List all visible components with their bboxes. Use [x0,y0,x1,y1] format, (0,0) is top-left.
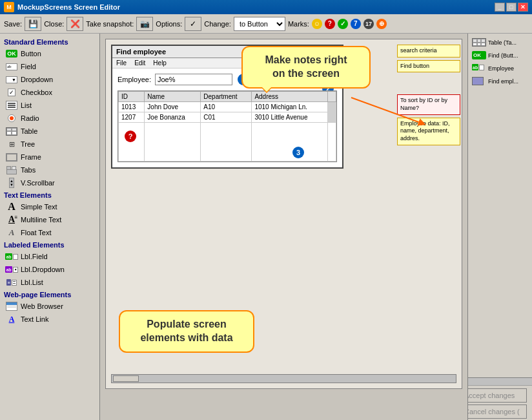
save-icon: 💾 [28,19,38,29]
badge-red-question: ? [125,131,136,142]
rp-hscroll[interactable] [468,377,532,385]
titlebar-controls: _ □ ✕ [495,3,528,12]
cell-empty-name [145,123,201,162]
sidebar-item-web-browser-label: Web Browser [21,302,63,310]
col-dept: Department [201,92,252,102]
sidebar-item-web-browser[interactable]: Web Browser [1,300,98,313]
field-icon: ab [5,61,18,72]
bubble-make-notes: Make notes right on the screen [241,46,371,89]
canvas-hscroll[interactable] [111,374,456,383]
rp-table-label: Table (Ta... [488,39,517,46]
sidebar-item-float-text[interactable]: A Float Text [1,226,98,239]
sidebar-item-tabs[interactable]: Tabs [1,163,98,176]
options-button[interactable]: ✓ [185,17,201,31]
right-panel-find-empl-item[interactable]: Find empl... [469,75,531,88]
rp-employee-icon: ab [472,64,486,73]
sidebar-item-tree[interactable]: ⊞ Tree [1,138,98,151]
canvas: Find employee File Edit Help Employee: 1 [105,39,462,389]
close-doc-button[interactable]: ❌ [66,17,83,31]
cell-addr-0: 1010 Michigan Ln. [252,102,328,112]
text-section-title: Text Elements [1,189,98,200]
annotation-find-button: Find button [397,60,460,73]
right-panel-table-item[interactable]: Table (Ta... [469,36,531,49]
table-row-empty [119,123,336,162]
rp-find-empl-icon [472,77,486,86]
cell-id-0: 1013 [119,102,145,112]
cell-empty-dept [201,123,252,162]
sidebar-item-field[interactable]: ab Field [1,60,98,73]
snapshot-button[interactable]: 📷 [136,17,153,31]
sidebar-item-text-link[interactable]: A Text Link [1,313,98,326]
cell-addr-1: 3010 Little Avenue [252,112,328,123]
app-icon: M [4,2,14,12]
sidebar-item-lbl-list[interactable]: ≡ Lbl.List [1,276,98,289]
sidebar-item-lbl-dropdown[interactable]: ab ▼ Lbl.Dropdown [1,263,98,276]
sidebar-item-float-text-label: Float Text [21,229,52,236]
sidebar-item-list[interactable]: List [1,99,98,112]
sidebar-item-vscrollbar[interactable]: ▲ ▼ V.Scrollbar [1,176,98,189]
options-icon: ✓ [188,19,198,29]
cell-empty-scroll [328,123,336,162]
sidebar-item-vscrollbar-label: V.Scrollbar [21,179,55,187]
lbl-dropdown-icon: ab ▼ [5,264,18,275]
change-dropdown[interactable]: to Button [234,17,285,31]
sidebar-item-multiline-text[interactable]: A≡ Multiline Text [1,213,98,226]
annotation-search-criteria: search criteria [397,45,460,58]
sidebar-item-multiline-text-label: Multiline Text [21,216,61,224]
mark-green-circle[interactable]: ✓ [338,19,348,29]
sidebar-item-table-label: Table [21,127,37,135]
options-label: Options: [156,20,182,28]
annotation-sort-question: To sort by ID or by Name? [397,94,460,114]
mark-dark-17[interactable]: 17 [363,19,374,29]
table-icon [5,126,18,136]
standard-section-title: Standard Elements [1,36,98,47]
table-vscroll [328,102,336,123]
sidebar-item-lbl-dropdown-label: Lbl.Dropdown [21,266,65,273]
mock-menu-help[interactable]: Help [153,59,167,67]
mock-employee-input[interactable] [155,74,232,85]
rp-find-label: Find (Butt... [488,52,518,59]
mock-menu-edit[interactable]: Edit [134,59,145,67]
table-row-0: 1013 John Dove A10 1010 Michigan Ln. [119,102,336,112]
sidebar-item-radio-label: Radio [21,114,39,122]
sidebar-item-lbl-field[interactable]: ab Lbl.Field [1,250,98,263]
cell-dept-1: C01 [201,112,252,123]
sidebar-item-dropdown-label: Dropdown [21,76,53,83]
dropdown-icon: ▼ [5,74,18,85]
sidebar-item-frame[interactable]: Frame [1,151,98,163]
mark-orange-circle[interactable]: ⊕ [376,19,387,29]
maximize-button[interactable]: □ [506,3,517,12]
close-button[interactable]: ✕ [518,3,528,12]
accept-changes-button[interactable]: ✓ Accept changes [467,388,527,403]
tree-icon: ⊞ [5,139,18,149]
minimize-button[interactable]: _ [495,3,505,12]
titlebar: M MockupScreens Screen Editor _ □ ✕ [0,0,532,14]
checkbox-icon: ✓ [5,87,18,98]
col-scroll [328,92,336,102]
sidebar-item-lbl-field-label: Lbl.Field [21,253,48,260]
mark-question[interactable]: ? [325,19,335,29]
right-panel-employee-item[interactable]: ab Employee [469,62,531,75]
sidebar-item-lbl-list-label: Lbl.List [21,278,43,286]
save-button[interactable]: 💾 [25,17,41,31]
hscroll-thumb[interactable] [113,375,139,382]
mock-employee-label: Employee: [118,76,151,83]
badge-3: 3 [292,147,304,158]
sidebar-item-table[interactable]: Table [1,125,98,138]
right-panel-find-item[interactable]: OK Find (Butt... [469,49,531,62]
mark-blue-7[interactable]: 7 [351,19,361,29]
sidebar-item-radio[interactable]: Radio [1,112,98,125]
toolbar: Save: 💾 Close: ❌ Take snapshot: 📷 Option… [0,14,532,34]
sidebar-item-simple-text[interactable]: A Simple Text [1,200,98,213]
sidebar-item-button[interactable]: OK Button [1,47,98,60]
cancel-changes-button[interactable]: ✗ Cancel changes ( [467,404,527,419]
sidebar-item-field-label: Field [21,63,36,70]
annotation-panel: search criteria Find button To sort by I… [397,45,460,145]
camera-icon: 📷 [139,19,150,29]
lbl-list-icon: ≡ [5,277,18,288]
mock-menu-file[interactable]: File [116,59,127,67]
col-id: ID [119,92,145,102]
mark-smiley[interactable]: ☺ [312,19,322,29]
sidebar-item-dropdown[interactable]: ▼ Dropdown [1,73,98,86]
sidebar-item-checkbox[interactable]: ✓ Checkbox [1,86,98,99]
